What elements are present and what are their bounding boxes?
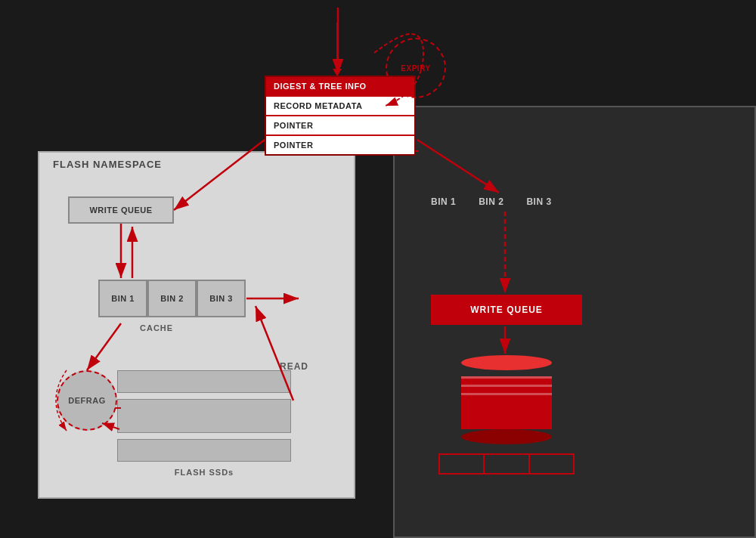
right-bin2: BIN 2 [479,196,503,207]
cache-bin1: BIN 1 [98,280,147,317]
cache-bin3: BIN 3 [197,280,246,317]
cache-bin2: BIN 2 [147,280,197,317]
top-down-arrow [336,23,338,76]
expiry-circle: EXPIRY [386,38,446,98]
write-queue-right: WRITE QUEUE [431,295,582,325]
cache-area: BIN 1 BIN 2 BIN 3 [98,280,246,317]
record-row-pointer2: POINTER [266,136,414,154]
flash-ssds-area: FLASH SSDs [117,370,291,477]
db-cylinder-body [461,376,552,429]
ssd-block-3 [117,439,291,462]
flash-namespace-label: FLASH NAMESPACE [53,159,162,170]
db-base-seg3 [530,455,573,473]
db-stripe-2 [461,385,552,387]
right-bins-area: BIN 1 BIN 2 BIN 3 [431,196,552,207]
db-cylinder-top [461,355,552,370]
database-cylinder [461,355,552,444]
write-queue-flash: WRITE QUEUE [68,196,174,224]
defrag-circle: DEFRAG [57,370,117,431]
expiry-label: EXPIRY [401,64,430,73]
read-label: READ [280,361,308,372]
right-bin1: BIN 1 [431,196,456,207]
db-stripe-3 [461,393,552,395]
cache-label: CACHE [140,323,173,332]
db-base-seg1 [440,455,485,473]
ssd-block-1 [117,370,291,393]
record-row-pointer1: POINTER [266,116,414,136]
db-base-bar [438,453,575,475]
right-bin3: BIN 3 [526,196,551,207]
db-stripe-1 [461,376,552,379]
db-cylinder-bottom [461,429,552,444]
flash-ssds-label: FLASH SSDs [117,468,291,477]
record-row-metadata: RECORD METADATA [266,97,414,116]
ssd-block-2 [117,399,291,433]
db-base-seg2 [485,455,529,473]
